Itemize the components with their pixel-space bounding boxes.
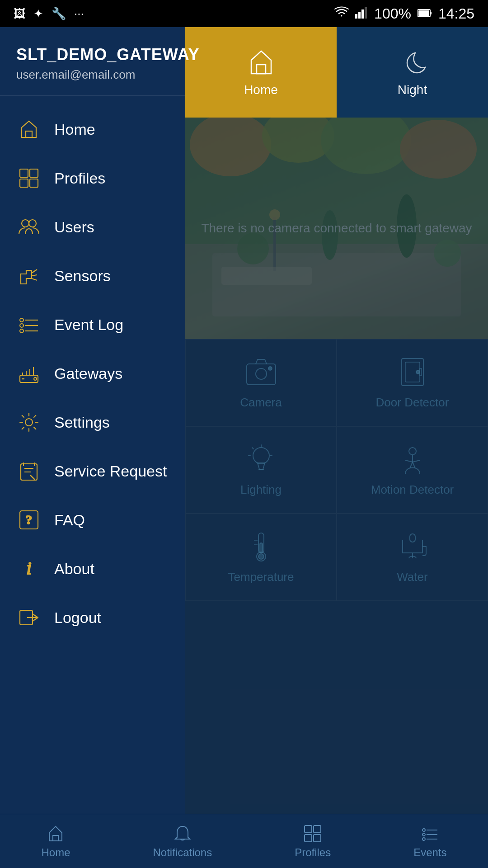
lighting-icon [245,443,277,477]
sidebar-item-sensors[interactable]: Sensors [0,251,185,300]
sidebar-item-home[interactable]: Home [0,105,185,154]
sidebar: SLT_DEMO_GATEWAY user.email@email.com Ho… [0,27,185,868]
svg-rect-48 [221,267,312,285]
sidebar-item-users[interactable]: Users [0,203,185,251]
bottom-events-label: Events [413,846,446,859]
sidebar-item-faq[interactable]: ? FAQ [0,495,185,544]
svg-point-50 [434,240,461,267]
svg-rect-0 [355,14,357,19]
svg-rect-3 [365,7,367,19]
top-tabs: Home Night [185,27,488,118]
svg-point-49 [237,233,269,264]
status-bar: 🖼 ✦ 🔧 ··· 100% [0,0,488,27]
svg-rect-2 [361,9,364,19]
svg-point-70 [258,554,264,559]
tab-home-label: Home [244,83,278,97]
svg-rect-36 [257,65,266,74]
service-request-icon [16,458,42,484]
water-icon [396,530,429,565]
night-tab-icon [398,47,427,78]
users-icon [16,214,42,240]
svg-point-81 [422,833,425,836]
water-label: Water [397,570,427,584]
bottom-nav: Home Notifications Profiles Events [0,814,488,868]
svg-rect-74 [53,835,58,841]
sidebar-about-label: About [54,560,94,578]
device-lighting[interactable]: Lighting [185,426,337,514]
camera-background: There is no camera connected to smart ga… [185,118,488,339]
about-icon: i [16,556,42,581]
profiles-icon [16,165,42,191]
bottom-nav-events[interactable]: Events [400,819,460,863]
bottom-profiles-label: Profiles [295,846,331,859]
sidebar-users-label: Users [54,218,94,236]
svg-rect-76 [314,826,321,833]
svg-point-18 [20,329,23,333]
svg-point-52 [256,368,267,379]
svg-line-60 [252,448,253,449]
svg-rect-10 [20,179,28,187]
svg-point-53 [268,367,272,370]
status-time: 14:25 [438,5,474,22]
bottom-home-icon [46,824,66,844]
user-email: user.email@email.com [16,68,169,82]
svg-text:i: i [26,558,31,578]
sidebar-service-request-label: Service Request [54,462,167,480]
sidebar-item-logout[interactable]: Logout [0,593,185,642]
gallery-icon: 🖼 [14,7,25,21]
svg-point-47 [269,209,280,220]
sidebar-item-settings[interactable]: Settings [0,398,185,447]
svg-point-27 [25,419,33,426]
svg-rect-73 [410,534,415,542]
tab-night[interactable]: Night [337,27,488,118]
svg-rect-5 [418,10,429,16]
bottom-nav-profiles[interactable]: Profiles [281,819,344,863]
home-icon [16,117,42,142]
bottom-nav-notifications[interactable]: Notifications [139,819,225,863]
svg-rect-1 [358,12,361,19]
device-temperature[interactable]: Temperature [185,514,337,601]
bottom-nav-home[interactable]: Home [28,819,84,863]
sidebar-profiles-label: Profiles [54,170,105,187]
sidebar-event-log-label: Event Log [54,316,123,334]
sidebar-item-event-log[interactable]: Event Log [0,300,185,349]
logout-icon [16,605,42,630]
svg-rect-6 [430,12,432,14]
sidebar-item-gateways[interactable]: Gateways [0,349,185,398]
bottom-notifications-icon [173,824,192,844]
svg-point-63 [409,448,416,455]
sidebar-item-about[interactable]: i About [0,544,185,593]
home-tab-icon [247,47,276,78]
svg-rect-9 [30,169,38,177]
sidebar-item-service-request[interactable]: Service Request [0,447,185,495]
tab-home[interactable]: Home [185,27,337,118]
svg-rect-69 [260,543,263,553]
device-camera[interactable]: Camera [185,339,337,426]
status-bar-right-icons: 100% 14:25 [334,5,474,22]
battery-label: 100% [374,5,411,22]
gateway-name: SLT_DEMO_GATEWAY [16,45,169,64]
location-icon: ✦ [33,7,43,21]
bottom-home-label: Home [41,846,70,859]
lighting-label: Lighting [240,483,282,497]
door-detector-icon [396,356,429,390]
device-water[interactable]: Water [337,514,488,601]
svg-point-14 [20,318,23,322]
svg-rect-7 [26,131,32,137]
signal-icon [355,6,368,22]
temperature-icon [245,530,277,565]
camera-device-icon [245,356,277,390]
sidebar-item-profiles[interactable]: Profiles [0,154,185,203]
svg-rect-8 [20,169,28,177]
settings-icon [16,410,42,435]
device-motion-detector[interactable]: Motion Detector [337,426,488,514]
device-door-detector[interactable]: Door Detector [337,339,488,426]
svg-point-79 [422,829,425,831]
sidebar-header: SLT_DEMO_GATEWAY user.email@email.com [0,27,185,96]
svg-point-57 [253,448,269,464]
gateways-icon [16,361,42,386]
svg-text:?: ? [26,513,32,527]
status-bar-left-icons: 🖼 ✦ 🔧 ··· [14,7,84,21]
svg-point-16 [20,324,23,327]
wifi-icon [334,6,349,22]
